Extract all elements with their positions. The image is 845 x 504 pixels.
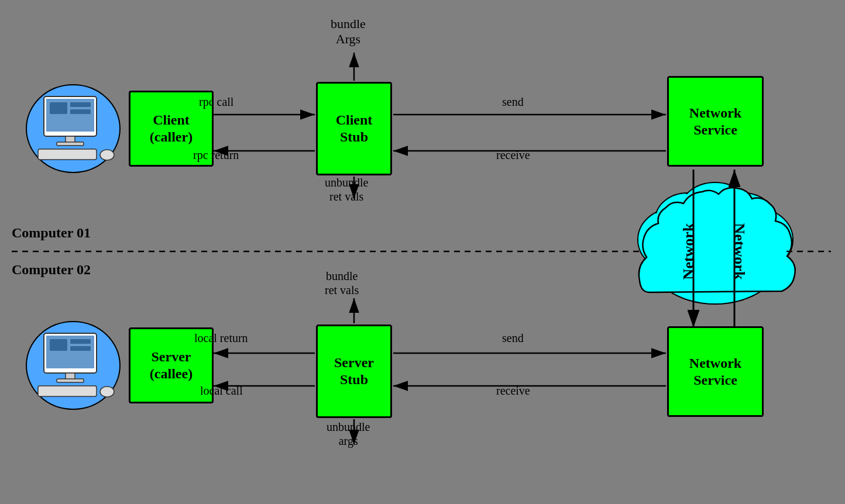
svg-point-24 [656,194,719,244]
svg-rect-42 [70,109,91,114]
svg-rect-52 [70,346,91,351]
svg-point-43 [26,322,120,409]
computer-01-icon [26,85,120,172]
svg-text:Network: Network [680,223,697,279]
svg-point-16 [717,208,793,272]
rpc-call-label: rpc call [199,95,233,109]
network-service-bottom-box: Network Service [667,326,764,417]
computer-02-label: Computer 02 [12,262,91,278]
client-stub-box: Client Stub [316,82,392,175]
svg-rect-35 [46,99,94,132]
diagram-container: Network Network [0,0,845,504]
svg-rect-34 [44,96,97,136]
svg-point-23 [717,209,792,271]
svg-rect-41 [70,102,91,107]
svg-point-25 [712,194,775,244]
svg-rect-51 [70,339,91,344]
svg-point-15 [638,208,714,272]
svg-point-33 [26,85,120,172]
receive-bottom-label: receive [496,384,530,398]
svg-point-14 [645,199,785,304]
svg-rect-46 [66,373,75,380]
local-return-label: local return [194,331,248,345]
rpc-return-label: rpc return [193,148,239,162]
receive-top-label: receive [496,148,530,162]
svg-point-18 [711,193,775,246]
send-bottom-label: send [502,331,524,345]
svg-point-17 [655,193,720,246]
svg-point-21 [645,200,785,303]
svg-rect-45 [46,336,94,368]
svg-text:Network: Network [731,223,748,280]
unbundle-args-label: unbundleargs [327,420,370,448]
svg-rect-48 [38,386,97,396]
local-call-label: local call [200,384,243,398]
svg-rect-50 [50,339,67,351]
bundle-ret-vals-label: bundleret vals [325,269,359,297]
svg-point-39 [100,150,114,160]
svg-rect-40 [50,102,67,114]
computer-02-icon [26,322,120,409]
send-top-label: send [502,95,524,109]
bundle-args-label: bundleArgs [331,16,366,47]
svg-point-19 [680,182,750,239]
svg-rect-37 [57,142,84,146]
svg-rect-44 [44,333,97,373]
server-stub-box: Server Stub [316,325,392,418]
network-service-top-box: Network Service [667,76,764,167]
svg-rect-38 [38,149,97,160]
svg-point-22 [638,209,713,271]
svg-point-26 [681,184,750,237]
svg-rect-36 [66,136,75,143]
unbundle-ret-vals-label: unbundleret vals [325,175,368,203]
svg-rect-47 [57,379,84,382]
svg-rect-20 [650,243,781,289]
computer-01-label: Computer 01 [12,225,91,241]
network-cloud: Network Network [638,170,795,327]
svg-point-49 [100,386,114,397]
